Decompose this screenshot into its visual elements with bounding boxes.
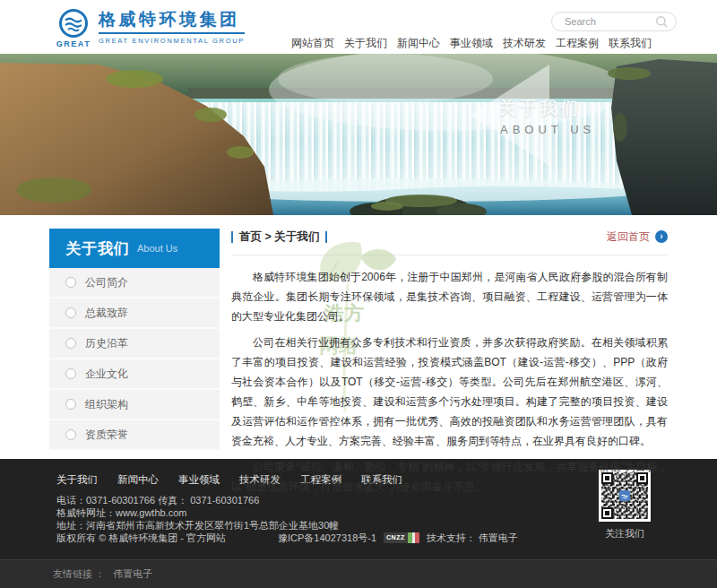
sidebar-subtitle: About Us [137,243,177,254]
search-icon[interactable] [655,15,669,29]
header: GREAT 格威特环境集团 GREAT ENVIRONMENTAL GROUP … [0,0,717,54]
sidebar-item-label: 企业文化 [85,367,128,382]
nav-item-about[interactable]: 关于我们 [344,36,387,51]
main-area: 关于我们 About Us 公司简介 总裁致辞 历史沿革 企业文化 组织架 [49,215,668,459]
sidebar-item-company-profile[interactable]: 公司简介 [49,268,220,298]
sidebar-item-label: 公司简介 [85,275,128,290]
content-area: 浩方 网络 首页 > 关于我们 返回首页 › 格威特环境集团始创于2006年，注… [231,229,668,503]
breadcrumb-left-bar [231,231,233,243]
article-paragraph: 公司在相关行业拥有众多专利技术和行业资质，并多次获得政府奖励。在相关领域积累了丰… [231,333,668,451]
footer-link-about[interactable]: 关于我们 [56,473,98,486]
sidebar-item-organization[interactable]: 组织架构 [49,390,220,420]
article-paragraph: 公司秉承“诚信、谦和、勤俭、专精”的精神，以“引领行业发展，共享服务价值”为目标… [231,457,668,497]
circle-bullet-icon [65,368,76,379]
footer-address-line: 地址：河南省郑州市高新技术开发区翠竹街1号总部企业基地30幢 [56,519,668,532]
nav-item-tech[interactable]: 技术研发 [503,36,546,51]
back-to-home-link[interactable]: 返回首页 › [607,229,668,245]
sidebar-item-president-speech[interactable]: 总裁致辞 [49,298,220,329]
page: GREAT 格威特环境集团 GREAT ENVIRONMENTAL GROUP … [0,0,717,588]
article-body: 格威特环境集团始创于2006年，注册于中国郑州，是河南省人民政府参股的混合所有制… [231,267,668,497]
cnzz-stats-badge[interactable]: CNZZ [384,532,419,543]
sidebar-item-label: 历史沿革 [85,336,128,351]
sidebar-item-label: 资质荣誉 [85,428,128,443]
site-title: 格威特环境集团 [99,8,245,31]
chevron-right-circle-icon: › [655,230,668,243]
footer-copyright-row: 版权所有 © 格威特环境集团 - 官方网站 豫ICP备14027318号-1 C… [56,532,668,544]
logo[interactable]: GREAT 格威特环境集团 GREAT ENVIRONMENTAL GROUP [56,8,245,48]
sidebar-item-history[interactable]: 历史沿革 [49,329,220,359]
circle-bullet-icon [65,338,76,349]
back-to-home-label: 返回首页 [607,229,650,245]
logo-symbol-text: GREAT [56,39,91,48]
circle-bullet-icon [65,429,76,440]
qr-caption: 关注我们 [599,527,651,540]
footer-link-news[interactable]: 新闻中心 [117,473,159,486]
circle-bullet-icon [65,307,76,318]
sidebar-header: 关于我们 About Us [49,229,220,268]
nav-item-business[interactable]: 事业领域 [450,36,493,51]
icp-license-link[interactable]: 豫ICP备14027318号-1 [278,532,376,545]
site-subtitle: GREAT ENVIRONMENTAL GROUP [99,37,245,45]
friend-links-bar: 友情链接 ： 伟置电子 [0,559,717,588]
nav-item-news[interactable]: 新闻中心 [397,36,440,51]
breadcrumb-path[interactable]: 首页 > 关于我们 [239,229,319,245]
sidebar-item-culture[interactable]: 企业文化 [49,359,220,390]
main-nav: 网站首页 关于我们 新闻中心 事业领域 技术研发 工程案例 联系我们 [291,36,652,51]
logo-wave-icon: GREAT [56,8,91,48]
breadcrumb: 首页 > 关于我们 返回首页 › [231,229,668,255]
sidebar-title: 关于我们 [65,238,130,259]
sidebar-item-label: 总裁致辞 [85,306,128,321]
circle-bullet-icon [65,277,76,288]
logo-underline [99,32,245,34]
footer-website-line: 格威特网址：www.gwthb.com [56,506,668,519]
sidebar-item-label: 组织架构 [85,397,128,412]
sidebar: 关于我们 About Us 公司简介 总裁致辞 历史沿革 企业文化 组织架 [49,229,220,451]
copyright-text: 版权所有 © 格威特环境集团 - 官方网站 [56,532,226,545]
hero-banner: 关于我们 ABOUT US [0,54,717,215]
friend-links-label: 友情链接 ： [53,568,105,579]
sidebar-item-honors[interactable]: 资质荣誉 [49,420,220,451]
friend-link-weizhi[interactable]: 伟置电子 [113,568,152,579]
footer-link-business[interactable]: 事业领域 [178,473,220,486]
hero-title: 关于我们 [498,96,581,120]
hero-subtitle: ABOUT US [500,123,595,136]
logo-text: 格威特环境集团 GREAT ENVIRONMENTAL GROUP [99,8,245,45]
waterfall-image [0,54,717,215]
tech-support-text: 技术支持： 伟置电子 [427,532,518,545]
breadcrumb-right-bar [325,231,327,243]
nav-item-cases[interactable]: 工程案例 [556,36,599,51]
cnzz-badge-label: CNZZ [384,532,408,543]
article-paragraph: 格威特环境集团始创于2006年，注册于中国郑州，是河南省人民政府参股的混合所有制… [231,267,668,326]
nav-item-site-home[interactable]: 网站首页 [291,36,334,51]
nav-item-contact[interactable]: 联系我们 [609,36,652,51]
search-input[interactable] [563,15,655,28]
circle-bullet-icon [65,399,76,410]
cnzz-badge-stripe [408,532,419,543]
search-box[interactable] [551,12,677,31]
